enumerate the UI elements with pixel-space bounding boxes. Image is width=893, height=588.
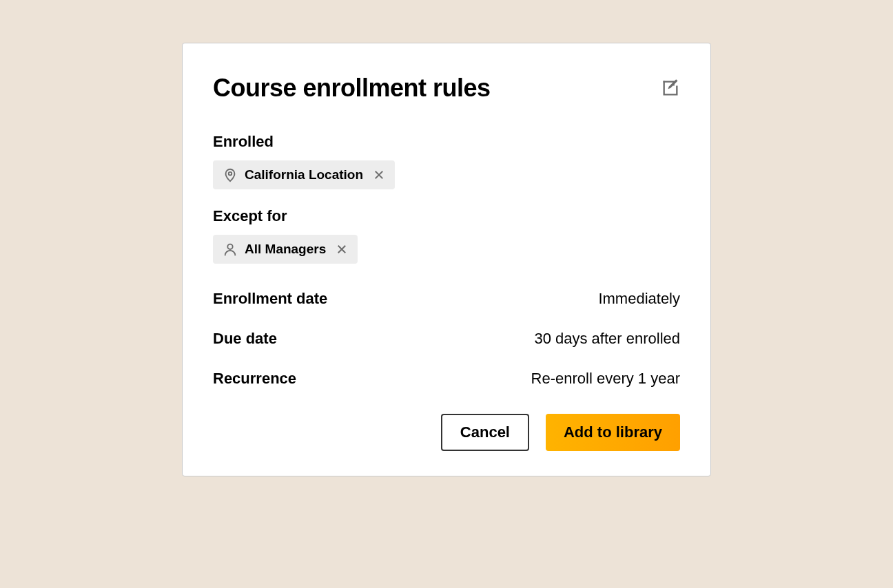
person-icon [223,242,238,257]
card-title: Course enrollment rules [213,74,491,103]
recurrence-label: Recurrence [213,370,296,388]
edit-icon[interactable] [661,78,680,98]
close-icon[interactable] [373,169,385,181]
due-date-row: Due date 30 days after enrolled [213,330,680,348]
enrolled-chip[interactable]: California Location [213,160,395,189]
except-chip-label: All Managers [245,242,326,257]
recurrence-value: Re-enroll every 1 year [531,370,680,388]
enrollment-date-value: Immediately [598,290,680,308]
except-section: Except for All Managers [213,207,680,264]
details-rows: Enrollment date Immediately Due date 30 … [213,290,680,388]
actions-bar: Cancel Add to library [213,414,680,451]
cancel-button[interactable]: Cancel [441,414,529,451]
card-header: Course enrollment rules [213,74,680,103]
add-to-library-button[interactable]: Add to library [546,414,680,451]
recurrence-row: Recurrence Re-enroll every 1 year [213,370,680,388]
svg-point-3 [227,244,232,249]
enrolled-label: Enrolled [213,133,680,151]
enrollment-date-row: Enrollment date Immediately [213,290,680,308]
except-label: Except for [213,207,680,225]
enrollment-date-label: Enrollment date [213,290,327,308]
enrolled-chip-label: California Location [245,167,363,182]
enrolled-section: Enrolled California Location [213,133,680,189]
due-date-label: Due date [213,330,277,348]
svg-point-0 [229,172,232,176]
enrollment-rules-card: Course enrollment rules Enrolled Califor… [182,43,711,476]
location-pin-icon [223,167,238,182]
close-icon[interactable] [336,243,348,255]
due-date-value: 30 days after enrolled [534,330,680,348]
except-chip[interactable]: All Managers [213,235,358,264]
